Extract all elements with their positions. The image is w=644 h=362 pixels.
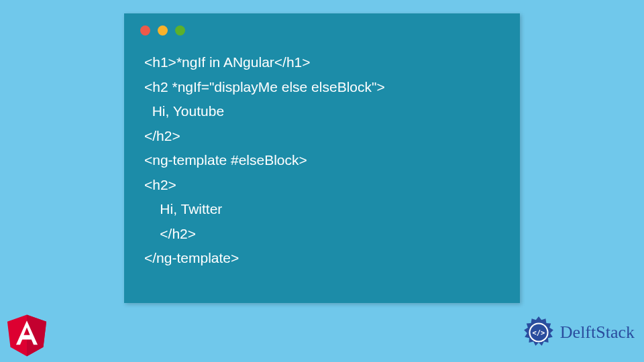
maximize-icon — [175, 25, 185, 36]
code-line: </h2> — [144, 226, 196, 241]
delftstack-badge-icon: </> — [521, 315, 556, 350]
svg-text:</>: </> — [532, 328, 545, 337]
close-icon — [140, 25, 150, 36]
code-line: Hi, Twitter — [144, 201, 222, 217]
code-line: <h2 *ngIf="displayMe else elseBlock"> — [144, 79, 385, 95]
delftstack-brand: </> DelftStack — [521, 315, 635, 350]
minimize-icon — [158, 25, 168, 36]
code-line: </h2> — [144, 128, 180, 143]
brand-name: DelftStack — [560, 322, 635, 343]
code-line: <ng-template #elseBlock> — [144, 152, 307, 168]
code-window: <h1>*ngIf in ANgular</h1> <h2 *ngIf="dis… — [124, 13, 520, 303]
code-line: <h2> — [144, 177, 176, 192]
window-controls — [124, 13, 520, 36]
code-line: </ng-template> — [144, 250, 239, 265]
code-block: <h1>*ngIf in ANgular</h1> <h2 *ngIf="dis… — [124, 36, 520, 271]
angular-logo-icon — [4, 310, 50, 358]
code-line: <h1>*ngIf in ANgular</h1> — [144, 54, 311, 70]
code-line: Hi, Youtube — [144, 103, 224, 119]
